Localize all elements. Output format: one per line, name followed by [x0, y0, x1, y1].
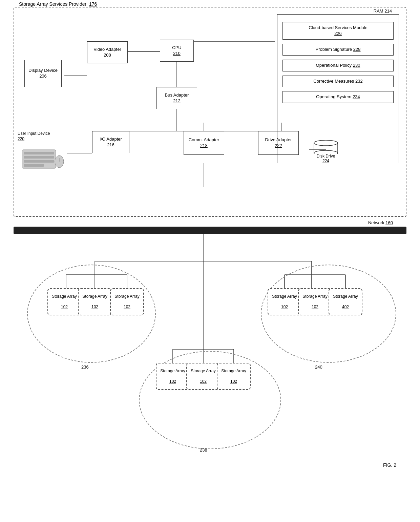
storage-node-center-2: Storage Array 102	[186, 363, 220, 390]
fig-label-text: FIG. 2	[383, 462, 396, 468]
storage-label: Storage Array	[191, 369, 215, 374]
group-238-label: 238	[200, 447, 207, 453]
storage-node-left-2: Storage Array 102	[78, 288, 112, 315]
ram-label-text: RAM	[374, 8, 383, 14]
ram-item-2-num: 230	[353, 63, 360, 68]
cpu-num: 210	[172, 51, 181, 57]
ram-item-1-label: Problem Signature	[316, 47, 352, 52]
storage-label: Storage Array	[272, 294, 297, 299]
storage-num: 102	[169, 379, 176, 384]
group-238-num: 238	[200, 447, 207, 453]
network-label-text: Network	[368, 220, 384, 225]
network-num: 160	[385, 220, 393, 225]
comm-adapter-num: 218	[189, 143, 219, 149]
storage-num: 102	[230, 379, 237, 384]
ram-item-2: Operational Policy 230	[282, 60, 394, 71]
svg-rect-22	[24, 160, 54, 163]
storage-label: Storage Array	[221, 369, 246, 374]
group-240-label: 240	[315, 364, 322, 370]
ram-item-4-label: Operating System	[316, 94, 351, 99]
display-device-box: Display Device 206	[24, 60, 62, 87]
group-236-num: 236	[81, 364, 89, 370]
storage-node-left-3: Storage Array 102	[110, 288, 144, 315]
ram-box: RAM 214 Cloud-based Services Module 226 …	[277, 14, 399, 163]
storage-label: Storage Array	[333, 294, 358, 299]
storage-num: 102	[61, 305, 68, 310]
storage-label: Storage Array	[82, 294, 107, 299]
group-240-num: 240	[315, 364, 322, 370]
bus-adapter-label: Bus Adapter	[165, 92, 189, 98]
user-input-label: User Input Device	[18, 131, 50, 136]
storage-label: Storage Array	[52, 294, 77, 299]
storage-num: 102	[124, 305, 130, 310]
fig-label: FIG. 2	[383, 462, 396, 468]
bus-adapter-box: Bus Adapter 212	[156, 87, 197, 109]
bus-adapter-num: 212	[165, 98, 189, 104]
cpu-label: CPU	[172, 45, 181, 51]
storage-num: 102	[281, 305, 288, 310]
ram-num: 214	[384, 8, 392, 14]
storage-num: 102	[312, 305, 318, 310]
network-section: Network 160	[14, 220, 406, 234]
storage-label: Storage Array	[114, 294, 139, 299]
outer-system-box: Storage Array Services Provider 176	[14, 7, 406, 217]
keyboard-svg	[20, 140, 64, 173]
io-adapter-box: I/O Adapter 216	[92, 131, 129, 153]
ram-item-2-label: Operational Policy	[316, 63, 352, 68]
display-device-label: Display Device	[28, 68, 58, 74]
storage-node-right-1: Storage Array 102	[268, 288, 301, 315]
storage-node-right-2: Storage Array 102	[298, 288, 332, 315]
ram-item-1-num: 228	[353, 47, 361, 52]
ram-item-3: Corrective Measures 232	[282, 76, 394, 87]
io-adapter-label: I/O Adapter	[100, 137, 122, 142]
video-adapter-num: 208	[93, 53, 121, 58]
storage-label: Storage Array	[160, 369, 185, 374]
keyboard-mouse-illustration	[20, 140, 64, 173]
ram-item-4-num: 234	[353, 94, 360, 99]
storage-num: 102	[91, 305, 98, 310]
storage-num: 102	[200, 379, 207, 384]
ram-item-0-label: Cloud-based Services Module	[309, 25, 367, 30]
comm-adapter-label: Comm. Adapter	[189, 137, 219, 143]
svg-rect-20	[24, 152, 54, 154]
cpu-box: CPU 210	[160, 40, 194, 62]
storage-node-right-3: Storage Array 402	[329, 288, 362, 315]
ram-item-4: Operating System 234	[282, 91, 394, 103]
svg-rect-23	[24, 164, 44, 167]
storage-num: 402	[342, 305, 349, 310]
io-adapter-num: 216	[100, 142, 122, 148]
diagram-container: Storage Array Services Provider 176	[7, 7, 413, 471]
outer-label-num: 176	[89, 1, 97, 7]
ram-item-0: Cloud-based Services Module 226	[282, 22, 394, 40]
storage-node-left-1: Storage Array 102	[47, 288, 81, 315]
outer-box-label: Storage Array Services Provider 176	[18, 1, 98, 7]
ram-item-1: Problem Signature 228	[282, 44, 394, 56]
group-236-label: 236	[81, 364, 89, 370]
ram-item-0-num: 226	[334, 31, 342, 36]
storage-node-center-1: Storage Array 102	[156, 363, 190, 390]
bottom-section: Storage Array 102 Storage Array 102 Stor…	[14, 234, 406, 471]
ram-item-3-num: 232	[355, 79, 363, 84]
svg-rect-21	[24, 156, 54, 159]
display-device-num: 206	[28, 74, 58, 79]
storage-node-center-3: Storage Array 102	[217, 363, 251, 390]
video-adapter-box: Video Adapter 208	[87, 41, 128, 63]
video-adapter-label: Video Adapter	[93, 47, 121, 53]
network-bar	[14, 227, 406, 234]
ram-item-3-label: Corrective Measures	[313, 79, 354, 84]
ram-label: RAM 214	[374, 8, 392, 14]
comm-adapter-box: Comm. Adapter 218	[184, 131, 224, 155]
outer-label-text: Storage Array Services Provider	[19, 1, 86, 7]
storage-label: Storage Array	[302, 294, 327, 299]
network-label: Network 160	[14, 220, 406, 225]
